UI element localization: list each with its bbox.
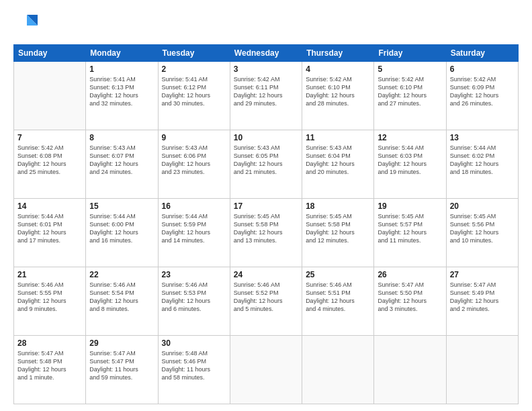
col-thursday: Thursday: [302, 45, 374, 62]
day-info: Sunrise: 5:41 AM Sunset: 6:13 PM Dayligh…: [89, 75, 154, 108]
calendar-table: Sunday Monday Tuesday Wednesday Thursday…: [13, 44, 519, 404]
day-info: Sunrise: 5:47 AM Sunset: 5:50 PM Dayligh…: [378, 281, 442, 314]
day-number: 3: [234, 64, 298, 74]
table-row: [230, 336, 302, 404]
day-number: 4: [306, 64, 370, 74]
day-number: 9: [162, 133, 226, 142]
table-row: 24Sunrise: 5:46 AM Sunset: 5:52 PM Dayli…: [230, 267, 302, 336]
table-row: 5Sunrise: 5:42 AM Sunset: 6:10 PM Daylig…: [374, 62, 446, 130]
day-number: 21: [17, 270, 82, 279]
day-info: Sunrise: 5:42 AM Sunset: 6:11 PM Dayligh…: [234, 75, 298, 108]
day-info: Sunrise: 5:47 AM Sunset: 5:48 PM Dayligh…: [17, 349, 82, 382]
day-number: 25: [306, 270, 370, 279]
table-row: 8Sunrise: 5:43 AM Sunset: 6:07 PM Daylig…: [86, 130, 158, 199]
day-info: Sunrise: 5:42 AM Sunset: 6:09 PM Dayligh…: [450, 75, 515, 108]
table-row: 27Sunrise: 5:47 AM Sunset: 5:49 PM Dayli…: [446, 267, 518, 336]
day-info: Sunrise: 5:43 AM Sunset: 6:07 PM Dayligh…: [89, 144, 154, 177]
day-info: Sunrise: 5:43 AM Sunset: 6:06 PM Dayligh…: [162, 144, 226, 177]
day-number: 12: [378, 133, 442, 142]
day-info: Sunrise: 5:44 AM Sunset: 6:00 PM Dayligh…: [89, 212, 154, 245]
table-row: 14Sunrise: 5:44 AM Sunset: 6:01 PM Dayli…: [14, 199, 86, 267]
table-row: 21Sunrise: 5:46 AM Sunset: 5:55 PM Dayli…: [14, 267, 86, 336]
day-number: 23: [162, 270, 226, 279]
day-info: Sunrise: 5:42 AM Sunset: 6:10 PM Dayligh…: [378, 75, 442, 108]
day-info: Sunrise: 5:43 AM Sunset: 6:05 PM Dayligh…: [234, 144, 298, 177]
day-info: Sunrise: 5:44 AM Sunset: 6:03 PM Dayligh…: [378, 144, 442, 177]
day-number: 7: [17, 133, 82, 142]
table-row: [302, 336, 374, 404]
day-number: 30: [162, 338, 226, 348]
table-row: 12Sunrise: 5:44 AM Sunset: 6:03 PM Dayli…: [374, 130, 446, 199]
day-number: 29: [89, 338, 154, 348]
table-row: 4Sunrise: 5:42 AM Sunset: 6:10 PM Daylig…: [302, 62, 374, 130]
day-info: Sunrise: 5:46 AM Sunset: 5:53 PM Dayligh…: [162, 281, 226, 314]
day-info: Sunrise: 5:47 AM Sunset: 5:49 PM Dayligh…: [450, 281, 515, 314]
page: Sunday Monday Tuesday Wednesday Thursday…: [0, 0, 532, 411]
calendar-header-row: Sunday Monday Tuesday Wednesday Thursday…: [14, 45, 519, 62]
table-row: 13Sunrise: 5:44 AM Sunset: 6:02 PM Dayli…: [446, 130, 518, 199]
col-tuesday: Tuesday: [158, 45, 230, 62]
day-number: 22: [89, 270, 154, 279]
calendar-week-row: 14Sunrise: 5:44 AM Sunset: 6:01 PM Dayli…: [14, 199, 519, 267]
calendar-week-row: 7Sunrise: 5:42 AM Sunset: 6:08 PM Daylig…: [14, 130, 519, 199]
table-row: 18Sunrise: 5:45 AM Sunset: 5:58 PM Dayli…: [302, 199, 374, 267]
table-row: 30Sunrise: 5:48 AM Sunset: 5:46 PM Dayli…: [158, 336, 230, 404]
table-row: [374, 336, 446, 404]
table-row: 7Sunrise: 5:42 AM Sunset: 6:08 PM Daylig…: [14, 130, 86, 199]
table-row: [14, 62, 86, 130]
day-number: 14: [17, 201, 82, 211]
day-info: Sunrise: 5:47 AM Sunset: 5:47 PM Dayligh…: [89, 349, 154, 382]
day-number: 18: [306, 201, 370, 211]
table-row: 6Sunrise: 5:42 AM Sunset: 6:09 PM Daylig…: [446, 62, 518, 130]
table-row: 29Sunrise: 5:47 AM Sunset: 5:47 PM Dayli…: [86, 336, 158, 404]
table-row: 15Sunrise: 5:44 AM Sunset: 6:00 PM Dayli…: [86, 199, 158, 267]
day-info: Sunrise: 5:42 AM Sunset: 6:10 PM Dayligh…: [306, 75, 370, 108]
day-number: 17: [234, 201, 298, 211]
table-row: 26Sunrise: 5:47 AM Sunset: 5:50 PM Dayli…: [374, 267, 446, 336]
table-row: 9Sunrise: 5:43 AM Sunset: 6:06 PM Daylig…: [158, 130, 230, 199]
day-number: 11: [306, 133, 370, 142]
col-sunday: Sunday: [14, 45, 86, 62]
table-row: 16Sunrise: 5:44 AM Sunset: 5:59 PM Dayli…: [158, 199, 230, 267]
table-row: 17Sunrise: 5:45 AM Sunset: 5:58 PM Dayli…: [230, 199, 302, 267]
day-info: Sunrise: 5:41 AM Sunset: 6:12 PM Dayligh…: [162, 75, 226, 108]
day-number: 20: [450, 201, 515, 211]
logo: [13, 12, 38, 39]
day-info: Sunrise: 5:44 AM Sunset: 6:02 PM Dayligh…: [450, 144, 515, 177]
calendar-week-row: 1Sunrise: 5:41 AM Sunset: 6:13 PM Daylig…: [14, 62, 519, 130]
day-number: 26: [378, 270, 442, 279]
table-row: 3Sunrise: 5:42 AM Sunset: 6:11 PM Daylig…: [230, 62, 302, 130]
col-friday: Friday: [374, 45, 446, 62]
day-info: Sunrise: 5:44 AM Sunset: 6:01 PM Dayligh…: [17, 212, 82, 245]
day-number: 27: [450, 270, 515, 279]
header: [13, 12, 519, 39]
table-row: 19Sunrise: 5:45 AM Sunset: 5:57 PM Dayli…: [374, 199, 446, 267]
table-row: 23Sunrise: 5:46 AM Sunset: 5:53 PM Dayli…: [158, 267, 230, 336]
day-info: Sunrise: 5:46 AM Sunset: 5:51 PM Dayligh…: [306, 281, 370, 314]
day-number: 2: [162, 64, 226, 74]
day-info: Sunrise: 5:45 AM Sunset: 5:56 PM Dayligh…: [450, 212, 515, 245]
day-info: Sunrise: 5:43 AM Sunset: 6:04 PM Dayligh…: [306, 144, 370, 177]
calendar-week-row: 28Sunrise: 5:47 AM Sunset: 5:48 PM Dayli…: [14, 336, 519, 404]
logo-icon: [13, 12, 38, 36]
table-row: [446, 336, 518, 404]
day-info: Sunrise: 5:46 AM Sunset: 5:52 PM Dayligh…: [234, 281, 298, 314]
day-number: 5: [378, 64, 442, 74]
day-info: Sunrise: 5:44 AM Sunset: 5:59 PM Dayligh…: [162, 212, 226, 245]
day-number: 16: [162, 201, 226, 211]
table-row: 10Sunrise: 5:43 AM Sunset: 6:05 PM Dayli…: [230, 130, 302, 199]
day-info: Sunrise: 5:42 AM Sunset: 6:08 PM Dayligh…: [17, 144, 82, 177]
day-info: Sunrise: 5:45 AM Sunset: 5:58 PM Dayligh…: [306, 212, 370, 245]
table-row: 1Sunrise: 5:41 AM Sunset: 6:13 PM Daylig…: [86, 62, 158, 130]
calendar-week-row: 21Sunrise: 5:46 AM Sunset: 5:55 PM Dayli…: [14, 267, 519, 336]
day-info: Sunrise: 5:45 AM Sunset: 5:58 PM Dayligh…: [234, 212, 298, 245]
day-number: 19: [378, 201, 442, 211]
table-row: 22Sunrise: 5:46 AM Sunset: 5:54 PM Dayli…: [86, 267, 158, 336]
day-info: Sunrise: 5:48 AM Sunset: 5:46 PM Dayligh…: [162, 349, 226, 382]
col-saturday: Saturday: [446, 45, 518, 62]
table-row: 20Sunrise: 5:45 AM Sunset: 5:56 PM Dayli…: [446, 199, 518, 267]
table-row: 28Sunrise: 5:47 AM Sunset: 5:48 PM Dayli…: [14, 336, 86, 404]
day-number: 15: [89, 201, 154, 211]
day-info: Sunrise: 5:46 AM Sunset: 5:54 PM Dayligh…: [89, 281, 154, 314]
table-row: 25Sunrise: 5:46 AM Sunset: 5:51 PM Dayli…: [302, 267, 374, 336]
